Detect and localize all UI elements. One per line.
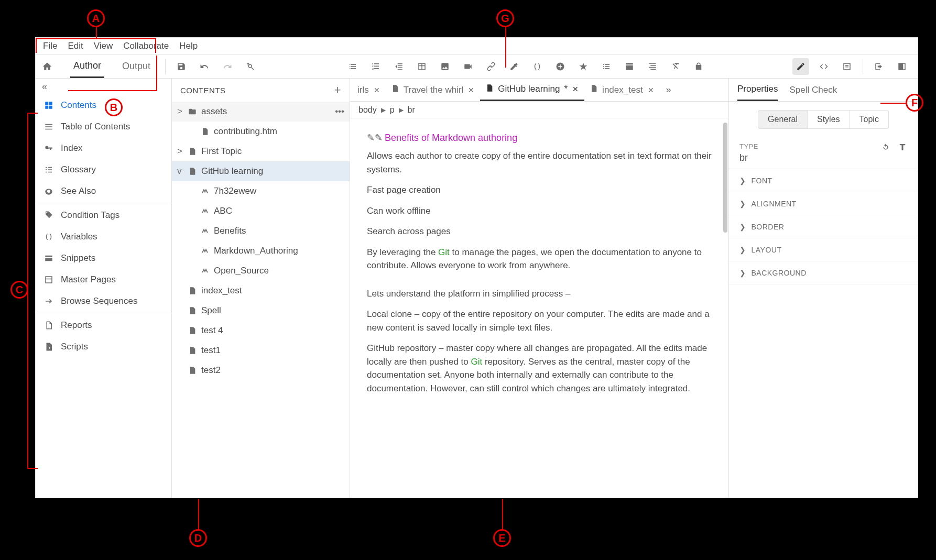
sidebar-item-scripts[interactable]: Scripts — [36, 336, 171, 357]
section-icon[interactable] — [621, 58, 638, 75]
document-tab[interactable]: Travel the whirl✕ — [386, 79, 481, 101]
type-section: TYPE br — [729, 137, 918, 169]
sidebar-item-variables[interactable]: Variables — [36, 226, 171, 247]
contents-icon — [43, 101, 55, 110]
tree-item[interactable]: test1 — [172, 341, 350, 360]
tree-item[interactable]: index_test — [172, 281, 350, 301]
outdent-icon[interactable] — [390, 58, 407, 75]
md-icon — [199, 267, 211, 275]
link-icon[interactable] — [483, 58, 499, 75]
sidebar-item-master-pages[interactable]: Master Pages — [36, 269, 171, 290]
tree-item-label: GitHub learning — [201, 166, 263, 177]
close-icon[interactable]: ✕ — [572, 85, 579, 93]
video-icon[interactable] — [460, 58, 476, 75]
document-tab[interactable]: irls✕ — [352, 79, 386, 101]
close-icon[interactable]: ✕ — [373, 86, 380, 94]
tree-item[interactable]: test2 — [172, 360, 350, 380]
home-icon[interactable] — [40, 59, 55, 74]
close-icon[interactable]: ✕ — [647, 86, 655, 94]
lock-icon[interactable] — [690, 58, 707, 75]
accordion-row[interactable]: ❯ALIGNMENT — [729, 192, 918, 215]
breadcrumb-item[interactable]: p — [390, 105, 395, 115]
properties-segments: General Styles Topic — [729, 102, 918, 137]
tree-item[interactable]: Markdown_Authoring — [172, 241, 350, 261]
link-text[interactable]: Git — [471, 357, 482, 367]
editor-canvas[interactable]: ✎✎Benefits of Markdown authoring Allows … — [350, 118, 728, 498]
segment-topic[interactable]: Topic — [850, 110, 889, 129]
table-icon[interactable] — [413, 58, 430, 75]
snippets-icon — [43, 254, 55, 263]
more-icon[interactable]: ••• — [335, 106, 344, 117]
variables-icon[interactable] — [529, 58, 546, 75]
sidebar-item-seealso[interactable]: See Also — [36, 180, 171, 202]
tree-item[interactable]: Benefits — [172, 221, 350, 241]
sidebar-item-label: Condition Tags — [61, 210, 119, 221]
find-replace-icon[interactable] — [242, 58, 259, 75]
source-mode-icon[interactable] — [815, 58, 832, 75]
sidebar-item-toc[interactable]: Table of Contents — [36, 116, 171, 137]
add-icon[interactable] — [552, 58, 569, 75]
snippet-icon[interactable] — [575, 58, 592, 75]
tree-item[interactable]: 7h32ewew — [172, 181, 350, 201]
document-tab-active[interactable]: GitHub learning*✕ — [480, 79, 584, 101]
tag-icon — [43, 211, 55, 220]
breadcrumb-item[interactable]: br — [408, 105, 415, 115]
bullet-list-icon[interactable] — [344, 58, 361, 75]
chevron-right-icon: ❯ — [739, 200, 746, 208]
annotation-bracket-b — [68, 56, 157, 91]
sidebar-item-contents[interactable]: Contents — [36, 94, 171, 116]
tree-item[interactable]: Open_Source — [172, 261, 350, 281]
tree-item[interactable]: test 4 — [172, 321, 350, 341]
tree-item[interactable]: vGitHub learning — [172, 161, 350, 181]
sidebar-item-index[interactable]: Index — [36, 137, 171, 159]
breadcrumb-item[interactable]: body — [358, 105, 377, 115]
refresh-icon[interactable] — [881, 142, 890, 154]
clear-format-icon[interactable] — [667, 58, 684, 75]
panel-toggle-icon[interactable] — [894, 58, 910, 75]
undo-icon[interactable] — [196, 58, 213, 75]
sidebar-item-reports[interactable]: Reports — [36, 314, 171, 336]
tab-properties[interactable]: Properties — [737, 79, 778, 101]
preview-icon[interactable] — [839, 58, 855, 75]
sidebar-item-browse-sequences[interactable]: Browse Sequences — [36, 290, 171, 312]
add-content-icon[interactable]: + — [334, 83, 341, 97]
document-tab[interactable]: index_test✕ — [584, 79, 660, 101]
tree-item[interactable]: ABC — [172, 201, 350, 221]
numbered-list-icon[interactable] — [367, 58, 384, 75]
sidebar-item-snippets[interactable]: Snippets — [36, 247, 171, 269]
tree-item[interactable]: Spell — [172, 301, 350, 321]
tree-item[interactable]: >First Topic — [172, 141, 350, 161]
tab-spell-check[interactable]: Spell Check — [789, 80, 837, 101]
export-icon[interactable] — [870, 58, 887, 75]
accordion-row[interactable]: ❯FONT — [729, 169, 918, 192]
image-icon[interactable] — [437, 58, 453, 75]
chevron-right-icon: ❯ — [739, 223, 746, 231]
edit-mode-icon[interactable] — [792, 58, 809, 75]
keyboard-icon[interactable] — [598, 58, 615, 75]
sidebar-item-condition-tags[interactable]: Condition Tags — [36, 204, 171, 226]
tree-item-label: contributing.htm — [214, 126, 277, 137]
link-text[interactable]: Git — [438, 247, 450, 257]
menu-help[interactable]: Help — [174, 38, 203, 54]
segment-styles[interactable]: Styles — [808, 110, 850, 129]
redo-icon[interactable] — [219, 58, 236, 75]
close-icon[interactable]: ✕ — [467, 86, 475, 94]
save-icon[interactable] — [173, 58, 190, 75]
scrollbar-thumb[interactable] — [723, 123, 727, 233]
accordion-row[interactable]: ❯LAYOUT — [729, 238, 918, 261]
accordion-row[interactable]: ❯BACKGROUND — [729, 261, 918, 284]
chevron-icon[interactable]: > — [177, 146, 187, 157]
dropper-icon[interactable] — [506, 58, 523, 75]
type-edit-icon[interactable] — [898, 142, 907, 154]
segment-general[interactable]: General — [758, 110, 808, 129]
tree-item[interactable]: contributing.htm — [172, 122, 350, 141]
callout-f: F — [906, 94, 923, 112]
tabs-overflow-icon[interactable]: » — [660, 84, 678, 95]
tree-item-label: test2 — [201, 365, 221, 376]
tree-item[interactable]: >assets••• — [172, 102, 350, 122]
align-icon[interactable] — [644, 58, 661, 75]
chevron-icon[interactable]: v — [177, 166, 187, 177]
accordion-row[interactable]: ❯BORDER — [729, 215, 918, 238]
chevron-icon[interactable]: > — [177, 106, 187, 117]
sidebar-item-glossary[interactable]: Glossary — [36, 159, 171, 180]
